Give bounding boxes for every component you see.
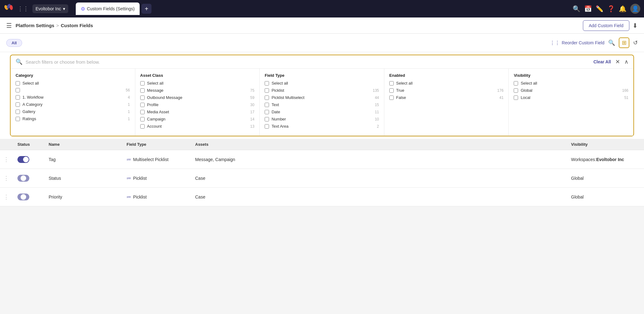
filter-item[interactable]: 1. Workflow4 bbox=[16, 95, 130, 100]
filter-item[interactable]: Local51 bbox=[514, 95, 628, 100]
filter-col-visibility: VisibilitySelect allGlobal166Local51 bbox=[509, 69, 633, 135]
filter-checkbox-2-6[interactable] bbox=[265, 124, 269, 129]
filter-item[interactable]: 56 bbox=[16, 88, 130, 92]
tab-label: Custom Fields (Settings) bbox=[87, 6, 135, 11]
search-icon-small[interactable]: 🔍 bbox=[608, 39, 615, 46]
filter-checkbox-2-5[interactable] bbox=[265, 117, 269, 121]
filter-checkbox-1-6[interactable] bbox=[140, 124, 145, 129]
filter-count: 59 bbox=[250, 96, 254, 100]
org-selector[interactable]: Evoltobor Inc ▾ bbox=[32, 4, 68, 13]
filter-item[interactable]: Text15 bbox=[265, 102, 379, 107]
download-button[interactable]: ⬇ bbox=[632, 22, 638, 29]
filter-checkbox-0-3[interactable] bbox=[16, 102, 20, 107]
filter-item[interactable]: False41 bbox=[389, 95, 504, 100]
help-icon[interactable]: ❓ bbox=[607, 5, 615, 12]
filter-button[interactable]: ⊞ bbox=[619, 37, 629, 48]
main-content: All ⋮⋮ Reorder Custom Field 🔍 ⊞ ↺ 🔍 Clea… bbox=[0, 34, 644, 206]
filter-checkbox-4-0[interactable] bbox=[514, 81, 518, 86]
add-tab-button[interactable]: + bbox=[142, 4, 151, 14]
filter-item[interactable]: Select all bbox=[16, 81, 130, 86]
filter-checkbox-3-2[interactable] bbox=[389, 96, 394, 100]
filter-checkbox-1-4[interactable] bbox=[140, 110, 145, 114]
filter-item[interactable]: Picklist135 bbox=[265, 88, 379, 93]
logo[interactable] bbox=[4, 4, 14, 14]
filter-checkbox-0-5[interactable] bbox=[16, 117, 20, 121]
filter-item[interactable]: Gallery1 bbox=[16, 109, 130, 114]
filter-item[interactable]: Select all bbox=[140, 81, 255, 86]
filter-item-label: Global bbox=[521, 88, 620, 93]
filter-item[interactable]: Text Area2 bbox=[265, 124, 379, 129]
filter-item[interactable]: Picklist Multiselect44 bbox=[265, 95, 379, 100]
filter-item[interactable]: Number10 bbox=[265, 117, 379, 121]
filter-icon: ⊞ bbox=[622, 39, 627, 46]
filter-item-label: Picklist bbox=[272, 88, 370, 93]
close-icon[interactable]: ✕ bbox=[615, 58, 620, 65]
field-type-icon: ≔ bbox=[127, 157, 131, 162]
th-field-type: Field Type bbox=[122, 142, 190, 147]
filter-checkbox-1-0[interactable] bbox=[140, 81, 145, 86]
search-icon[interactable]: 🔍 bbox=[573, 5, 580, 12]
filter-item[interactable]: A Category1 bbox=[16, 102, 130, 107]
all-tab[interactable]: All bbox=[6, 39, 22, 47]
drag-handle[interactable]: ⋮ bbox=[0, 175, 12, 182]
avatar[interactable]: 👤 bbox=[630, 4, 640, 14]
toggle-switch[interactable] bbox=[17, 175, 29, 182]
th-assets: Assets bbox=[190, 142, 566, 147]
filter-checkbox-0-2[interactable] bbox=[16, 95, 20, 100]
filter-checkbox-2-2[interactable] bbox=[265, 96, 269, 100]
filter-item[interactable]: Profile30 bbox=[140, 102, 255, 107]
filter-col-field-type: Field TypeSelect allPicklist135Picklist … bbox=[260, 69, 384, 135]
active-tab[interactable]: ⚙ Custom Fields (Settings) bbox=[76, 2, 140, 15]
filter-item[interactable]: Select all bbox=[389, 81, 504, 86]
filter-checkbox-0-1[interactable] bbox=[16, 88, 20, 92]
filter-item[interactable]: Campaign14 bbox=[140, 117, 255, 121]
filter-item[interactable]: Select all bbox=[514, 81, 628, 86]
bell-icon[interactable]: 🔔 bbox=[619, 5, 627, 12]
clear-all-button[interactable]: Clear All bbox=[594, 59, 611, 64]
filter-item-label: Ratings bbox=[22, 116, 125, 121]
filter-checkbox-0-4[interactable] bbox=[16, 110, 20, 114]
filter-checkbox-4-1[interactable] bbox=[514, 88, 518, 93]
menu-icon[interactable]: ☰ bbox=[6, 22, 12, 29]
filter-count: 4 bbox=[128, 95, 130, 100]
filter-checkbox-4-2[interactable] bbox=[514, 96, 518, 100]
toggle-switch[interactable] bbox=[17, 156, 29, 163]
grid-icon[interactable]: ⋮⋮ bbox=[17, 5, 29, 12]
toggle-switch[interactable] bbox=[17, 194, 29, 200]
add-custom-field-button[interactable]: Add Custom Field bbox=[583, 20, 629, 31]
filter-item[interactable]: Select all bbox=[265, 81, 379, 86]
filter-checkbox-0-0[interactable] bbox=[16, 81, 20, 86]
collapse-icon[interactable]: ∧ bbox=[624, 58, 628, 65]
filter-checkbox-3-1[interactable] bbox=[389, 88, 394, 93]
filter-item-label: Picklist Multiselect bbox=[272, 95, 372, 100]
filter-checkbox-1-1[interactable] bbox=[140, 88, 145, 93]
filter-item[interactable]: True176 bbox=[389, 88, 504, 93]
drag-handle[interactable]: ⋮ bbox=[0, 156, 12, 163]
edit-icon[interactable]: ✏️ bbox=[596, 5, 603, 12]
breadcrumb: Platform Settings > Custom Fields bbox=[16, 23, 93, 28]
filter-checkbox-2-0[interactable] bbox=[265, 81, 269, 86]
filter-checkbox-2-3[interactable] bbox=[265, 103, 269, 107]
reorder-custom-field-button[interactable]: ⋮⋮ Reorder Custom Field bbox=[550, 40, 604, 46]
filter-item[interactable]: Global166 bbox=[514, 88, 628, 93]
filter-item[interactable]: Outbound Message59 bbox=[140, 95, 255, 100]
visibility-cell: Workspaces: Evoltobor Inc bbox=[566, 157, 644, 162]
drag-handle[interactable]: ⋮ bbox=[0, 194, 12, 200]
filter-checkbox-2-1[interactable] bbox=[265, 88, 269, 93]
filter-checkbox-1-5[interactable] bbox=[140, 117, 145, 121]
filter-count: 44 bbox=[375, 96, 379, 100]
calendar-icon[interactable]: 📅 bbox=[584, 5, 592, 12]
filter-item-label: Profile bbox=[147, 102, 248, 107]
filter-checkbox-1-2[interactable] bbox=[140, 96, 145, 100]
filter-search-input[interactable] bbox=[26, 59, 590, 65]
refresh-icon[interactable]: ↺ bbox=[633, 39, 638, 46]
filter-checkbox-1-3[interactable] bbox=[140, 103, 145, 107]
filter-checkbox-2-4[interactable] bbox=[265, 110, 269, 114]
filter-item[interactable]: Date11 bbox=[265, 110, 379, 114]
filter-item[interactable]: Message75 bbox=[140, 88, 255, 93]
filter-item[interactable]: Ratings1 bbox=[16, 116, 130, 121]
filter-checkbox-3-0[interactable] bbox=[389, 81, 394, 86]
breadcrumb-custom-fields: Custom Fields bbox=[61, 23, 93, 28]
filter-item[interactable]: Account13 bbox=[140, 124, 255, 129]
filter-item[interactable]: Media Asset17 bbox=[140, 110, 255, 114]
